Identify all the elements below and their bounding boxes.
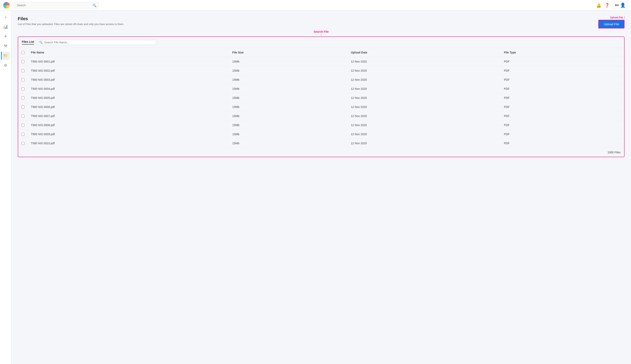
header-checkbox-col (18, 48, 28, 57)
upload-area: Upload File Upload File (598, 16, 624, 28)
row-upload-date: 12 Nov 2020 (348, 121, 501, 130)
sidebar-item-flight[interactable]: ✈ (2, 32, 10, 40)
table-header-row: File Name File Size Upload Date File Typ… (18, 48, 624, 57)
row-file-size: 15Mb (229, 66, 348, 75)
row-file-name: T900 NIS 0006.pdf (28, 102, 229, 112)
search-annotation: Search File (314, 30, 329, 36)
row-file-type: PDF (501, 57, 624, 66)
page-title: Files (18, 16, 124, 22)
table-row: T900 NIS 0008.pdf 15Mb 12 Nov 2020 PDF (18, 121, 624, 130)
row-file-size: 15Mb (229, 121, 348, 130)
notification-icon[interactable]: 🔔 (596, 3, 601, 8)
file-card: Files List 🔍 File Name (18, 36, 624, 157)
row-file-type: PDF (501, 94, 624, 102)
row-checkbox-0[interactable] (22, 60, 25, 63)
tab-files-list[interactable]: Files List (22, 40, 34, 44)
row-checkbox-4[interactable] (22, 96, 25, 100)
app-logo[interactable] (3, 2, 10, 8)
row-upload-date: 12 Nov 2020 (348, 112, 501, 121)
file-search-bar: 🔍 (37, 39, 158, 46)
page-subtitle: List of Files that you uploaded. Files a… (18, 22, 124, 26)
table-row: T900 NIS 0006.pdf 15Mb 12 Nov 2020 PDF (18, 102, 624, 112)
upload-annotation: Upload File (610, 16, 624, 19)
sidebar-item-settings[interactable]: ⚙ (2, 61, 10, 70)
row-checkbox-5[interactable] (22, 106, 25, 108)
row-checkbox-cell (18, 121, 28, 130)
sidebar: ＋ 📊 ✈ ⚒ 📁 ⚙ (0, 10, 11, 364)
page-title-area: Files List of Files that you uploaded. F… (18, 16, 124, 26)
help-icon[interactable]: ❓ (604, 3, 609, 8)
row-checkbox-9[interactable] (22, 142, 25, 145)
row-checkbox-7[interactable] (22, 124, 25, 127)
table-footer: 1000 Files (18, 148, 624, 157)
topbar-right: 🔔 ❓ BA 👤 (596, 2, 628, 9)
main-content: Files List of Files that you uploaded. F… (11, 10, 631, 364)
user-menu[interactable]: BA 👤 (613, 2, 628, 9)
row-file-type: PDF (501, 75, 624, 84)
table-row: T900 NIS 0003.pdf 15Mb 12 Nov 2020 PDF (18, 75, 624, 84)
sidebar-item-tools[interactable]: ⚒ (2, 42, 10, 50)
file-search-icon: 🔍 (39, 41, 43, 44)
file-card-top: Files List 🔍 (18, 37, 624, 48)
row-file-size: 15Mb (229, 94, 348, 102)
file-search-input[interactable] (44, 41, 155, 44)
row-file-size: 15Mb (229, 112, 348, 121)
row-file-size: 15Mb (229, 102, 348, 112)
user-avatar-icon: 👤 (620, 2, 625, 8)
row-checkbox-cell (18, 112, 28, 121)
row-upload-date: 12 Nov 2020 (348, 139, 501, 148)
row-file-size: 15Mb (229, 139, 348, 148)
search-icon: 🔍 (93, 3, 97, 7)
row-checkbox-2[interactable] (22, 78, 25, 81)
topbar: 🔍 🔔 ❓ BA 👤 (0, 0, 631, 10)
col-file-size: File Size (229, 48, 348, 57)
file-card-wrapper: Search File Files List 🔍 (18, 36, 624, 157)
row-file-size: 15Mb (229, 57, 348, 66)
row-file-size: 15Mb (229, 130, 348, 139)
row-file-name: T900 NIS 0008.pdf (28, 121, 229, 130)
row-file-type: PDF (501, 84, 624, 94)
sidebar-item-analytics[interactable]: 📊 (2, 22, 10, 31)
analytics-icon: 📊 (3, 24, 8, 29)
col-file-type: File Type (501, 48, 624, 57)
table-row: T900 NIS 0001.pdf 15Mb 12 Nov 2020 PDF (18, 57, 624, 66)
row-upload-date: 12 Nov 2020 (348, 66, 501, 75)
page-header: Files List of Files that you uploaded. F… (18, 16, 624, 28)
flight-icon: ✈ (4, 34, 7, 39)
row-checkbox-cell (18, 102, 28, 112)
global-search-bar: 🔍 (14, 2, 99, 8)
row-upload-date: 12 Nov 2020 (348, 57, 501, 66)
row-upload-date: 12 Nov 2020 (348, 94, 501, 102)
table-row: T900 NIS 0009.pdf 15Mb 12 Nov 2020 PDF (18, 130, 624, 139)
row-checkbox-cell (18, 139, 28, 148)
row-upload-date: 12 Nov 2020 (348, 102, 501, 112)
table-row: T900 NIS 0002.pdf 15Mb 12 Nov 2020 PDF (18, 66, 624, 75)
row-file-type: PDF (501, 112, 624, 121)
select-all-checkbox[interactable] (22, 51, 25, 54)
row-upload-date: 12 Nov 2020 (348, 130, 501, 139)
row-checkbox-6[interactable] (22, 114, 25, 118)
row-checkbox-3[interactable] (22, 87, 25, 90)
total-files-count: 1000 Files (607, 151, 620, 154)
user-initials: BA (615, 4, 619, 7)
row-file-type: PDF (501, 121, 624, 130)
row-file-name: T900 NIS 0002.pdf (28, 66, 229, 75)
row-checkbox-1[interactable] (22, 69, 25, 72)
row-checkbox-8[interactable] (22, 133, 25, 136)
upload-file-button[interactable]: Upload File (598, 20, 624, 28)
gear-icon: ⚙ (4, 63, 8, 68)
row-checkbox-cell (18, 130, 28, 139)
row-file-name: T900 NIS 0004.pdf (28, 84, 229, 94)
row-file-name: T900 NIS 0009.pdf (28, 130, 229, 139)
row-checkbox-cell (18, 75, 28, 84)
sidebar-item-add[interactable]: ＋ (2, 13, 10, 21)
table-row: T900 NIS 0005.pdf 15Mb 12 Nov 2020 PDF (18, 94, 624, 102)
table-row: T900 NIS 0007.pdf 15Mb 12 Nov 2020 PDF (18, 112, 624, 121)
global-search-input[interactable] (14, 2, 99, 8)
tools-icon: ⚒ (4, 44, 8, 48)
sidebar-item-files[interactable]: 📁 (1, 52, 10, 60)
files-table: File Name File Size Upload Date File Typ… (18, 48, 624, 148)
row-file-type: PDF (501, 130, 624, 139)
table-row: T900 NIS 0004.pdf 15Mb 12 Nov 2020 PDF (18, 84, 624, 94)
col-upload-date: Upload Date (348, 48, 501, 57)
